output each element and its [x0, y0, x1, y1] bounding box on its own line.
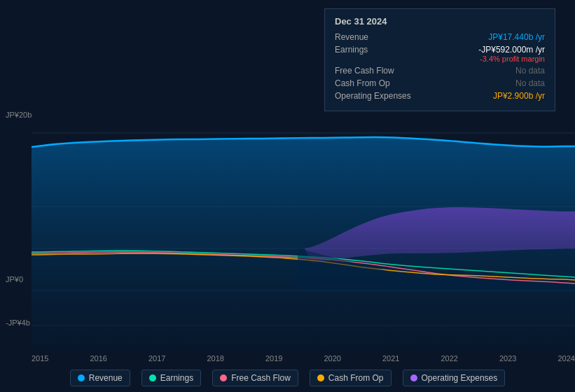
- free-cash-flow-row: Free Cash Flow No data: [335, 66, 545, 76]
- legend-operating-expenses[interactable]: Operating Expenses: [403, 370, 506, 386]
- x-label-2018: 2018: [207, 354, 224, 363]
- x-label-2022: 2022: [441, 354, 458, 363]
- earnings-label: Earnings: [335, 45, 419, 55]
- legend-label-cash-from-op: Cash From Op: [328, 373, 384, 383]
- operating-expenses-value: JP¥2.900b /yr: [493, 91, 545, 101]
- x-label-2017: 2017: [148, 354, 165, 363]
- legend-label-earnings: Earnings: [160, 373, 193, 383]
- legend-dot-earnings: [149, 374, 156, 382]
- chart-container: Dec 31 2024 Revenue JP¥17.440b /yr Earni…: [0, 0, 575, 392]
- legend-dot-operating-expenses: [410, 374, 417, 382]
- legend-label-revenue: Revenue: [89, 373, 123, 383]
- y-label-0: JP¥0: [6, 275, 23, 284]
- x-label-2021: 2021: [382, 354, 399, 363]
- legend-dot-cash-from-op: [317, 374, 324, 382]
- y-label-20b: JP¥20b: [6, 111, 32, 119]
- free-cash-flow-label: Free Cash Flow: [335, 66, 419, 76]
- x-label-2015: 2015: [32, 354, 48, 363]
- x-axis-labels: 2015 2016 2017 2018 2019 2020 2021 2022 …: [32, 354, 575, 363]
- operating-expenses-row: Operating Expenses JP¥2.900b /yr: [335, 91, 545, 101]
- x-label-2016: 2016: [90, 354, 107, 363]
- x-label-2020: 2020: [324, 354, 341, 363]
- y-label-neg4b: -JP¥4b: [6, 318, 30, 327]
- legend-label-free-cash-flow: Free Cash Flow: [231, 373, 291, 383]
- legend-label-operating-expenses: Operating Expenses: [422, 373, 498, 383]
- earnings-value: -JP¥592.000m /yr -3.4% profit margin: [478, 45, 545, 63]
- legend-dot-revenue: [78, 374, 85, 382]
- legend-cash-from-op[interactable]: Cash From Op: [310, 370, 392, 386]
- x-label-2024: 2024: [558, 354, 575, 363]
- cash-from-op-value: No data: [515, 78, 545, 88]
- operating-expenses-label: Operating Expenses: [335, 91, 419, 101]
- revenue-row: Revenue JP¥17.440b /yr: [335, 32, 545, 42]
- chart-legend: Revenue Earnings Free Cash Flow Cash Fro…: [0, 370, 575, 386]
- tooltip-date: Dec 31 2024: [335, 16, 545, 27]
- legend-earnings[interactable]: Earnings: [141, 370, 201, 386]
- chart-svg: [32, 108, 575, 350]
- tooltip-box: Dec 31 2024 Revenue JP¥17.440b /yr Earni…: [324, 8, 555, 111]
- legend-free-cash-flow[interactable]: Free Cash Flow: [212, 370, 298, 386]
- revenue-value: JP¥17.440b /yr: [488, 32, 545, 42]
- x-label-2019: 2019: [265, 354, 282, 363]
- x-label-2023: 2023: [499, 354, 516, 363]
- free-cash-flow-value: No data: [515, 66, 545, 76]
- legend-dot-free-cash-flow: [220, 374, 227, 382]
- cash-from-op-label: Cash From Op: [335, 78, 419, 88]
- legend-revenue[interactable]: Revenue: [70, 370, 130, 386]
- cash-from-op-row: Cash From Op No data: [335, 78, 545, 88]
- revenue-label: Revenue: [335, 32, 419, 42]
- earnings-row: Earnings -JP¥592.000m /yr -3.4% profit m…: [335, 45, 545, 63]
